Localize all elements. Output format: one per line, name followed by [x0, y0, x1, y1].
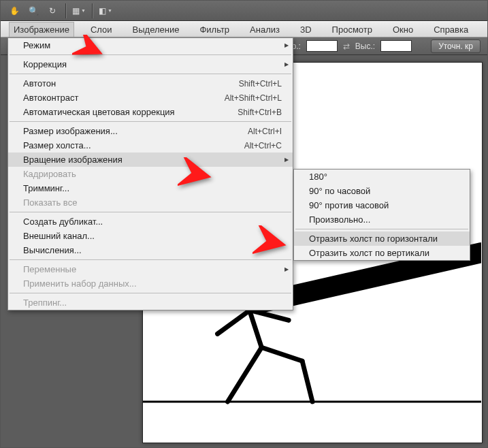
menu-duplicate[interactable]: Создать дубликат...	[8, 214, 293, 229]
toolbar-separator	[65, 3, 66, 18]
rotate-90-ccw[interactable]: 90° против часовой	[294, 198, 470, 212]
menu-filter[interactable]: Фильтр	[195, 22, 233, 37]
height-input[interactable]	[380, 40, 412, 52]
svg-line-5	[250, 310, 289, 321]
menu-select[interactable]: Выделение	[129, 22, 184, 37]
svg-line-8	[302, 361, 312, 402]
menu-variables: Переменные	[8, 262, 293, 276]
toolbar-separator	[92, 3, 93, 18]
screen-mode-icon[interactable]: ▦▼	[71, 3, 87, 18]
menu-autocolor[interactable]: Автоматическая цветовая коррекцияShift+C…	[8, 105, 293, 119]
menu-trim[interactable]: Тримминг...	[8, 181, 293, 195]
svg-marker-10	[178, 157, 215, 194]
rotate-180[interactable]: 180°	[294, 170, 470, 184]
arrange-icon[interactable]: ◧▼	[97, 3, 114, 18]
svg-marker-9	[72, 35, 109, 68]
svg-line-4	[217, 310, 250, 334]
annotation-arrow-icon	[72, 35, 120, 76]
flip-vertical[interactable]: Отразить холст по вертикали	[294, 246, 470, 260]
menu-mode[interactable]: Режим	[8, 38, 293, 52]
app-toolbar: ✋ 🔍 ↻ ▦▼ ◧▼	[1, 1, 487, 21]
menu-window[interactable]: Окно	[389, 22, 417, 37]
refine-edge-button[interactable]: Уточн. кр	[431, 39, 481, 53]
rotate-arbitrary[interactable]: Произвольно...	[294, 212, 470, 227]
menu-adjustments[interactable]: Коррекция	[8, 57, 293, 71]
menu-image-size[interactable]: Размер изображения...Alt+Ctrl+I	[8, 124, 293, 138]
menu-3d[interactable]: 3D	[296, 22, 316, 37]
swap-icon[interactable]: ⇄	[343, 42, 350, 51]
menu-calculations[interactable]: Вычисления...	[8, 243, 293, 257]
menu-autocontrast[interactable]: АвтоконтрастAlt+Shift+Ctrl+L	[8, 91, 293, 105]
flip-horizontal[interactable]: Отразить холст по горизонтали	[294, 231, 470, 246]
width-input[interactable]	[306, 40, 338, 52]
menu-crop: Кадрировать	[8, 167, 293, 181]
menu-apply-image[interactable]: Внешний канал...	[8, 229, 293, 243]
annotation-arrow-icon	[253, 225, 304, 266]
rotate-view-icon[interactable]: ↻	[44, 3, 61, 18]
menu-apply-dataset: Применить набор данных...	[8, 276, 293, 291]
annotation-arrow-icon	[178, 157, 229, 198]
svg-line-6	[227, 347, 261, 402]
menu-help[interactable]: Справка	[429, 22, 472, 37]
height-label: Выс.:	[355, 42, 375, 51]
hand-tool-icon[interactable]: ✋	[6, 3, 22, 18]
menu-image-rotation[interactable]: Вращение изображения	[8, 153, 293, 167]
rotate-90-cw[interactable]: 90° по часовой	[294, 184, 470, 198]
menu-analysis[interactable]: Анализ	[246, 22, 284, 37]
image-menu-dropdown: Режим Коррекция АвтотонShift+Ctrl+L Авто…	[7, 37, 293, 310]
menu-trap: Треппинг...	[8, 295, 293, 310]
image-rotation-submenu: 180° 90° по часовой 90° против часовой П…	[293, 169, 470, 261]
menu-reveal-all: Показать все	[8, 195, 293, 210]
zoom-tool-icon[interactable]: 🔍	[25, 3, 42, 18]
menu-view[interactable]: Просмотр	[328, 22, 376, 37]
menu-canvas-size[interactable]: Размер холста...Alt+Ctrl+C	[8, 138, 293, 153]
menu-image[interactable]: Изображение	[9, 22, 74, 37]
svg-marker-11	[253, 225, 290, 262]
menu-autotone[interactable]: АвтотонShift+Ctrl+L	[8, 76, 293, 91]
svg-line-7	[261, 347, 302, 361]
